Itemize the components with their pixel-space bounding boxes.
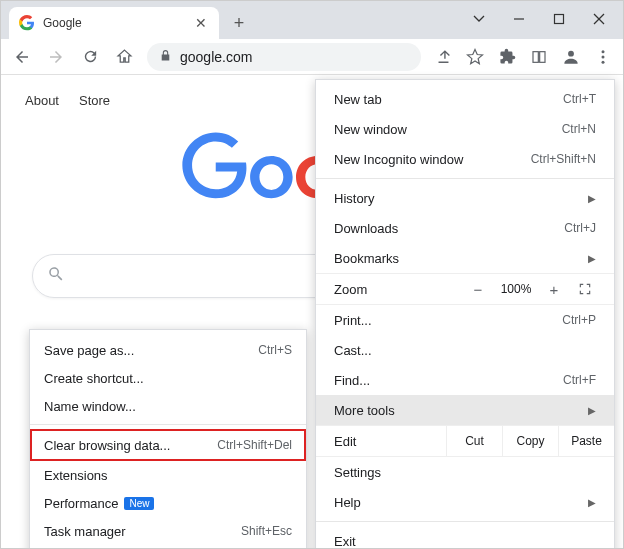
zoom-in-button[interactable]: + [538, 281, 570, 298]
nav-store[interactable]: Store [79, 93, 110, 108]
paste-button[interactable]: Paste [558, 426, 614, 456]
forward-button[interactable] [41, 42, 71, 72]
zoom-out-button[interactable]: − [462, 281, 494, 298]
menu-find[interactable]: Find...Ctrl+F [316, 365, 614, 395]
svg-rect-5 [540, 51, 545, 62]
lock-icon [159, 48, 172, 66]
extensions-icon[interactable] [493, 43, 521, 71]
menu-settings[interactable]: Settings [316, 457, 614, 487]
menu-new-tab[interactable]: New tabCtrl+T [316, 84, 614, 114]
menu-edit-row: Edit Cut Copy Paste [316, 425, 614, 457]
browser-toolbar: google.com [1, 39, 623, 75]
minimize-button[interactable] [499, 5, 539, 33]
menu-incognito[interactable]: New Incognito windowCtrl+Shift+N [316, 144, 614, 174]
svg-point-8 [602, 55, 605, 58]
menu-exit[interactable]: Exit [316, 526, 614, 549]
reload-button[interactable] [75, 42, 105, 72]
edit-label: Edit [334, 434, 446, 449]
submenu-performance[interactable]: PerformanceNew [30, 489, 306, 517]
search-icon [47, 265, 65, 287]
menu-new-window[interactable]: New windowCtrl+N [316, 114, 614, 144]
chevron-right-icon: ▶ [588, 253, 596, 264]
nav-about[interactable]: About [25, 93, 59, 108]
menu-dots-icon[interactable] [589, 43, 617, 71]
zoom-label: Zoom [334, 282, 367, 297]
new-tab-button[interactable]: + [225, 9, 253, 37]
chevron-right-icon: ▶ [588, 497, 596, 508]
browser-tab[interactable]: Google ✕ [9, 7, 219, 39]
copy-button[interactable]: Copy [502, 426, 558, 456]
submenu-task-manager[interactable]: Task managerShift+Esc [30, 517, 306, 545]
menu-bookmarks[interactable]: Bookmarks▶ [316, 243, 614, 273]
share-icon[interactable] [429, 43, 457, 71]
svg-point-7 [602, 50, 605, 53]
submenu-create-shortcut[interactable]: Create shortcut... [30, 364, 306, 392]
back-button[interactable] [7, 42, 37, 72]
new-badge: New [124, 497, 154, 510]
caret-down-icon[interactable] [459, 5, 499, 33]
submenu-save-page[interactable]: Save page as...Ctrl+S [30, 336, 306, 364]
google-favicon [19, 15, 35, 31]
svg-point-9 [602, 60, 605, 63]
tab-close-icon[interactable]: ✕ [193, 15, 209, 31]
submenu-name-window[interactable]: Name window... [30, 392, 306, 420]
menu-downloads[interactable]: DownloadsCtrl+J [316, 213, 614, 243]
close-window-button[interactable] [579, 5, 619, 33]
chevron-right-icon: ▶ [588, 405, 596, 416]
profile-icon[interactable] [557, 43, 585, 71]
menu-print[interactable]: Print...Ctrl+P [316, 305, 614, 335]
zoom-value: 100% [494, 282, 538, 296]
menu-help[interactable]: Help▶ [316, 487, 614, 517]
submenu-clear-browsing-data[interactable]: Clear browsing data...Ctrl+Shift+Del [30, 429, 306, 461]
menu-zoom-row: Zoom − 100% + [316, 273, 614, 305]
cut-button[interactable]: Cut [446, 426, 502, 456]
window-titlebar: Google ✕ + [1, 1, 623, 39]
address-bar[interactable]: google.com [147, 43, 421, 71]
chrome-menu: New tabCtrl+T New windowCtrl+N New Incog… [315, 79, 615, 549]
menu-cast[interactable]: Cast... [316, 335, 614, 365]
svg-point-6 [568, 50, 574, 56]
more-tools-submenu: Save page as...Ctrl+S Create shortcut...… [29, 329, 307, 549]
svg-rect-1 [555, 15, 564, 24]
window-controls [459, 5, 619, 33]
url-text: google.com [180, 49, 252, 65]
menu-history[interactable]: History▶ [316, 183, 614, 213]
maximize-button[interactable] [539, 5, 579, 33]
tab-title: Google [43, 16, 185, 30]
svg-rect-4 [533, 51, 538, 62]
bookmark-star-icon[interactable] [461, 43, 489, 71]
fullscreen-icon[interactable] [570, 282, 600, 296]
reading-list-icon[interactable] [525, 43, 553, 71]
menu-more-tools[interactable]: More tools▶ [316, 395, 614, 425]
chevron-right-icon: ▶ [588, 193, 596, 204]
home-button[interactable] [109, 42, 139, 72]
submenu-extensions[interactable]: Extensions [30, 461, 306, 489]
